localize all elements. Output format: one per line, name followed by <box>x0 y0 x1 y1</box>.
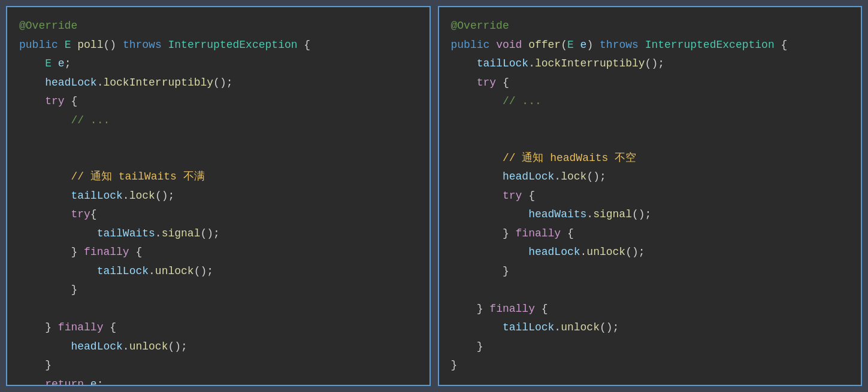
right-code-panel: @Override public void offer(E e) throws … <box>438 6 863 386</box>
annotation-override-right: @Override <box>451 20 509 32</box>
main-container: @Override public E poll() throws Interru… <box>0 0 868 392</box>
left-code-block: @Override public E poll() throws Interru… <box>19 17 418 386</box>
type-e-left: E <box>65 39 71 51</box>
method-poll: poll <box>77 39 103 51</box>
annotation-override-left: @Override <box>19 20 77 32</box>
right-code-block: @Override public void offer(E e) throws … <box>451 17 849 375</box>
left-code-panel: @Override public E poll() throws Interru… <box>6 6 431 386</box>
keyword-public-left: public <box>19 39 58 51</box>
